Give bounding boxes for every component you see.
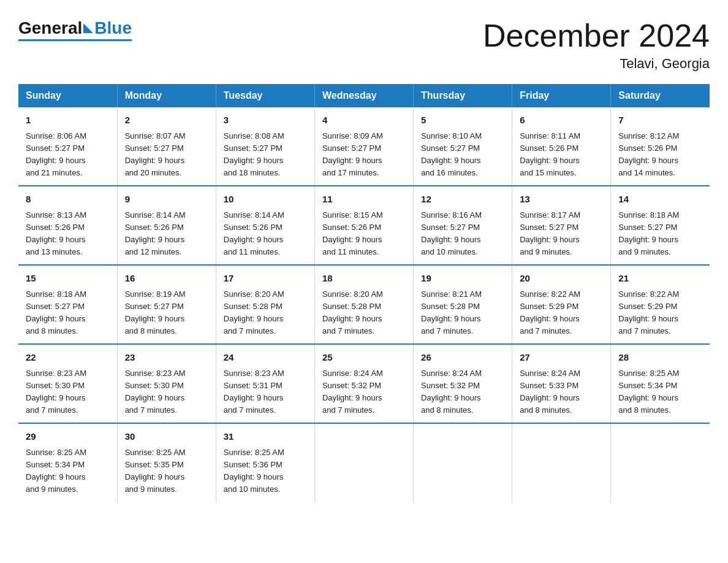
day-number: 4: [322, 113, 406, 128]
day-number: 28: [618, 351, 702, 365]
day-info: Sunrise: 8:11 AMSunset: 5:26 PMDaylight:…: [520, 130, 603, 180]
day-number: 11: [322, 193, 406, 207]
calendar-cell: 2Sunrise: 8:07 AMSunset: 5:27 PMDaylight…: [117, 107, 216, 186]
col-monday: Monday: [117, 84, 216, 107]
header: General Blue December 2024 Telavi, Georg…: [18, 18, 710, 72]
calendar-cell: 10Sunrise: 8:14 AMSunset: 5:26 PMDayligh…: [216, 186, 314, 265]
calendar-body: 1Sunrise: 8:06 AMSunset: 5:27 PMDaylight…: [18, 107, 710, 502]
calendar-cell: 21Sunrise: 8:22 AMSunset: 5:29 PMDayligh…: [611, 265, 710, 344]
day-number: 1: [26, 113, 110, 128]
day-number: 31: [224, 430, 307, 444]
day-info: Sunrise: 8:15 AMSunset: 5:26 PMDaylight:…: [322, 209, 406, 259]
day-number: 9: [125, 193, 208, 207]
day-info: Sunrise: 8:16 AMSunset: 5:27 PMDaylight:…: [421, 209, 504, 259]
header-row: Sunday Monday Tuesday Wednesday Thursday…: [18, 84, 710, 107]
calendar-cell: 9Sunrise: 8:14 AMSunset: 5:26 PMDaylight…: [117, 186, 216, 265]
calendar-cell: 27Sunrise: 8:24 AMSunset: 5:33 PMDayligh…: [512, 344, 611, 423]
day-number: 26: [421, 351, 504, 365]
day-info: Sunrise: 8:14 AMSunset: 5:26 PMDaylight:…: [224, 209, 307, 259]
calendar-week-row: 1Sunrise: 8:06 AMSunset: 5:27 PMDaylight…: [18, 107, 710, 186]
calendar-cell: 11Sunrise: 8:15 AMSunset: 5:26 PMDayligh…: [314, 186, 413, 265]
day-number: 5: [421, 113, 504, 128]
day-info: Sunrise: 8:08 AMSunset: 5:27 PMDaylight:…: [224, 130, 307, 180]
logo-text: General Blue: [18, 18, 132, 38]
calendar-cell: 28Sunrise: 8:25 AMSunset: 5:34 PMDayligh…: [611, 344, 710, 423]
day-info: Sunrise: 8:14 AMSunset: 5:26 PMDaylight:…: [125, 209, 208, 259]
day-number: 8: [26, 193, 110, 207]
day-info: Sunrise: 8:12 AMSunset: 5:26 PMDaylight:…: [618, 130, 702, 180]
day-number: 10: [224, 193, 307, 207]
calendar-header: Sunday Monday Tuesday Wednesday Thursday…: [18, 84, 710, 107]
day-info: Sunrise: 8:23 AMSunset: 5:31 PMDaylight:…: [224, 367, 307, 417]
col-sunday: Sunday: [18, 84, 117, 107]
col-saturday: Saturday: [611, 84, 710, 107]
calendar-cell: 13Sunrise: 8:17 AMSunset: 5:27 PMDayligh…: [512, 186, 611, 265]
calendar-cell: [314, 423, 413, 502]
calendar-cell: 5Sunrise: 8:10 AMSunset: 5:27 PMDaylight…: [414, 107, 512, 186]
day-info: Sunrise: 8:24 AMSunset: 5:33 PMDaylight:…: [520, 367, 603, 417]
calendar-cell: [611, 423, 710, 502]
calendar-cell: 3Sunrise: 8:08 AMSunset: 5:27 PMDaylight…: [216, 107, 314, 186]
day-number: 19: [421, 272, 504, 286]
calendar-cell: 19Sunrise: 8:21 AMSunset: 5:28 PMDayligh…: [414, 265, 512, 344]
day-info: Sunrise: 8:22 AMSunset: 5:29 PMDaylight:…: [618, 288, 702, 338]
logo-arrow-icon: [83, 23, 93, 33]
day-info: Sunrise: 8:09 AMSunset: 5:27 PMDaylight:…: [322, 130, 406, 180]
day-info: Sunrise: 8:23 AMSunset: 5:30 PMDaylight:…: [26, 367, 110, 417]
day-number: 18: [322, 272, 406, 286]
logo: General Blue: [18, 18, 132, 41]
day-info: Sunrise: 8:24 AMSunset: 5:32 PMDaylight:…: [421, 367, 504, 417]
calendar-cell: 26Sunrise: 8:24 AMSunset: 5:32 PMDayligh…: [414, 344, 512, 423]
day-number: 27: [520, 351, 603, 365]
calendar-cell: 4Sunrise: 8:09 AMSunset: 5:27 PMDaylight…: [314, 107, 413, 186]
day-info: Sunrise: 8:20 AMSunset: 5:28 PMDaylight:…: [224, 288, 307, 338]
calendar-cell: 7Sunrise: 8:12 AMSunset: 5:26 PMDaylight…: [611, 107, 710, 186]
day-info: Sunrise: 8:10 AMSunset: 5:27 PMDaylight:…: [421, 130, 504, 180]
day-number: 14: [618, 193, 702, 207]
day-info: Sunrise: 8:25 AMSunset: 5:34 PMDaylight:…: [618, 367, 702, 417]
day-number: 21: [618, 272, 702, 286]
calendar-cell: 25Sunrise: 8:24 AMSunset: 5:32 PMDayligh…: [314, 344, 413, 423]
calendar-cell: 1Sunrise: 8:06 AMSunset: 5:27 PMDaylight…: [18, 107, 117, 186]
day-info: Sunrise: 8:18 AMSunset: 5:27 PMDaylight:…: [26, 288, 110, 338]
day-info: Sunrise: 8:25 AMSunset: 5:36 PMDaylight:…: [224, 446, 307, 496]
day-number: 16: [125, 272, 208, 286]
calendar-week-row: 8Sunrise: 8:13 AMSunset: 5:26 PMDaylight…: [18, 186, 710, 265]
day-number: 24: [224, 351, 307, 365]
day-info: Sunrise: 8:22 AMSunset: 5:29 PMDaylight:…: [520, 288, 603, 338]
calendar-cell: 15Sunrise: 8:18 AMSunset: 5:27 PMDayligh…: [18, 265, 117, 344]
day-number: 30: [125, 430, 208, 444]
day-info: Sunrise: 8:23 AMSunset: 5:30 PMDaylight:…: [125, 367, 208, 417]
subtitle: Telavi, Georgia: [483, 56, 710, 72]
logo-general: General: [18, 18, 82, 38]
calendar-table: Sunday Monday Tuesday Wednesday Thursday…: [18, 84, 710, 502]
day-number: 20: [520, 272, 603, 286]
day-info: Sunrise: 8:20 AMSunset: 5:28 PMDaylight:…: [322, 288, 406, 338]
col-friday: Friday: [512, 84, 611, 107]
day-info: Sunrise: 8:07 AMSunset: 5:27 PMDaylight:…: [125, 130, 208, 180]
day-info: Sunrise: 8:21 AMSunset: 5:28 PMDaylight:…: [421, 288, 504, 338]
col-thursday: Thursday: [414, 84, 512, 107]
day-number: 29: [26, 430, 110, 444]
calendar-week-row: 29Sunrise: 8:25 AMSunset: 5:34 PMDayligh…: [18, 423, 710, 502]
calendar-cell: 8Sunrise: 8:13 AMSunset: 5:26 PMDaylight…: [18, 186, 117, 265]
calendar-cell: 24Sunrise: 8:23 AMSunset: 5:31 PMDayligh…: [216, 344, 314, 423]
calendar-cell: 16Sunrise: 8:19 AMSunset: 5:27 PMDayligh…: [117, 265, 216, 344]
col-tuesday: Tuesday: [216, 84, 314, 107]
day-info: Sunrise: 8:24 AMSunset: 5:32 PMDaylight:…: [322, 367, 406, 417]
day-number: 15: [26, 272, 110, 286]
logo-blue: Blue: [94, 18, 132, 38]
calendar-cell: 23Sunrise: 8:23 AMSunset: 5:30 PMDayligh…: [117, 344, 216, 423]
calendar-cell: 30Sunrise: 8:25 AMSunset: 5:35 PMDayligh…: [117, 423, 216, 502]
day-info: Sunrise: 8:25 AMSunset: 5:34 PMDaylight:…: [26, 446, 110, 496]
calendar-cell: 6Sunrise: 8:11 AMSunset: 5:26 PMDaylight…: [512, 107, 611, 186]
calendar-cell: [414, 423, 512, 502]
calendar-cell: 29Sunrise: 8:25 AMSunset: 5:34 PMDayligh…: [18, 423, 117, 502]
day-number: 12: [421, 193, 504, 207]
day-info: Sunrise: 8:06 AMSunset: 5:27 PMDaylight:…: [26, 130, 110, 180]
calendar-cell: 17Sunrise: 8:20 AMSunset: 5:28 PMDayligh…: [216, 265, 314, 344]
day-number: 13: [520, 193, 603, 207]
day-info: Sunrise: 8:25 AMSunset: 5:35 PMDaylight:…: [125, 446, 208, 496]
col-wednesday: Wednesday: [314, 84, 413, 107]
calendar-cell: [512, 423, 611, 502]
